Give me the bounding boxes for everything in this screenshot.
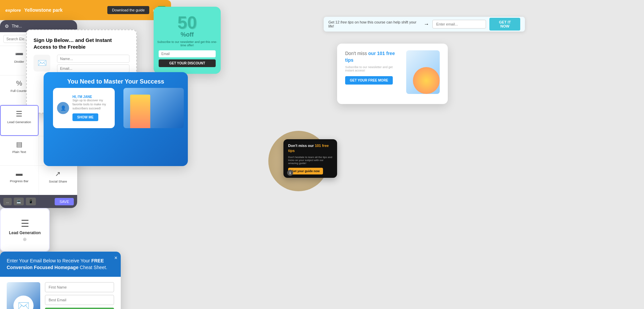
lead-generation-item[interactable]: ☰ Lead Generation <box>0 105 39 136</box>
arrow-icon: → <box>424 21 429 27</box>
explore-label: explore <box>5 8 21 13</box>
master-title: You Need to Master Your Success <box>60 72 171 88</box>
discount-description: Subscribe to our newsletter and get this… <box>154 38 221 49</box>
tips-image <box>406 50 440 94</box>
discount-email-input[interactable] <box>159 50 216 57</box>
get-discount-button[interactable]: GET YOUR DISCOUNT <box>159 59 216 67</box>
divider-label: Divider <box>14 60 24 63</box>
get-guide-button[interactable]: Get your guide now <box>288 168 323 174</box>
counter-label: Full Counter <box>10 89 28 93</box>
divider-icon: ➖ <box>15 50 23 58</box>
yellowstone-bar: explore Yellowstone park Download the gu… <box>0 0 171 20</box>
progress-bar-item[interactable]: ▬ Progress Bar <box>0 166 39 195</box>
cheatsheet-body: ✉️ Yes, Send Me the Cheat Sheet! <box>0 277 121 309</box>
cheatsheet-popup: Enter Your Email Below to Receive Your F… <box>0 252 121 309</box>
dont-miss-card: Don't miss our 101 free tips Subscribe t… <box>337 44 448 104</box>
signup-title: Sign Up Below… and Get Instant Access to… <box>34 37 129 50</box>
tips-bar-description: Don't hesitate to learn all the tips and… <box>288 156 332 165</box>
builder-footer: ... 💻 📱 SAVE <box>0 195 77 208</box>
lead-gen-card: ☰ Lead Generation ⊕ <box>0 208 50 252</box>
envelope-icon: ✉️ <box>34 55 50 71</box>
cheatsheet-close-button[interactable]: × <box>114 255 117 261</box>
avatar-name: HI, I'M JANE <box>72 95 111 99</box>
master-card: You Need to Master Your Success 👤 HI, I'… <box>44 72 188 166</box>
mobile-icon-button[interactable]: 📱 <box>26 198 36 205</box>
discount-number: 50 <box>177 14 197 31</box>
park-name: Yellowstone park <box>24 7 62 13</box>
social-share-label: Social Share <box>49 179 67 183</box>
cheatsheet-header: Enter Your Email Below to Receive Your F… <box>0 252 121 277</box>
plain-text-item[interactable]: ▤ Plain Text <box>0 136 39 165</box>
tip-text: Get 12 free tips on how this course can … <box>328 20 420 28</box>
counter-icon: % <box>16 80 22 87</box>
lead-gen-label: Lead Generation <box>9 230 41 235</box>
desktop-icon-button[interactable]: 💻 <box>14 198 24 205</box>
email-input[interactable] <box>432 20 486 29</box>
food-decoration <box>413 67 440 94</box>
email-icon: ✉️ <box>13 296 34 309</box>
tips-content: Don't miss our 101 free tips Subscribe t… <box>345 50 401 85</box>
tip-bold: free tips <box>340 20 354 24</box>
gear-icon: ⚙ <box>5 23 9 29</box>
tips-bar-title: Don't miss our 101 free tips <box>288 143 332 154</box>
progress-bar-label: Progress Bar <box>10 179 29 183</box>
footer-dots-button[interactable]: ... <box>3 198 12 205</box>
avatar: 👤 <box>57 102 69 114</box>
lead-gen-rows-icon: ☰ <box>21 218 29 229</box>
avatar-description: Sign up to discover my favorite tools to… <box>72 99 111 110</box>
info-dot[interactable]: ℹ <box>287 170 293 176</box>
cheatsheet-form: Yes, Send Me the Cheat Sheet! <box>45 282 114 309</box>
master-image <box>123 88 184 128</box>
lead-gen-label: Lead Generation <box>7 120 31 124</box>
show-me-button[interactable]: SHOW ME <box>72 113 98 121</box>
save-button[interactable]: SAVE <box>55 198 74 205</box>
social-share-item[interactable]: ↗ Social Share <box>39 166 77 195</box>
best-email-input[interactable] <box>45 295 114 305</box>
person-figure <box>130 95 150 128</box>
name-input[interactable] <box>57 55 129 63</box>
dont-miss-title: Don't miss our 101 free tips <box>345 50 401 63</box>
get-it-now-button[interactable]: GET IT NOW <box>489 18 520 31</box>
lead-gen-icon: ☰ <box>16 110 22 118</box>
progress-bar-icon: ▬ <box>16 170 22 177</box>
discount-off-label: %off <box>181 31 194 38</box>
download-guide-button[interactable]: Download the guide <box>107 6 149 14</box>
get-free-more-button[interactable]: GET YOUR FREE MORE <box>345 76 393 85</box>
first-name-input[interactable] <box>45 282 114 292</box>
plain-text-label: Plain Text <box>12 150 26 154</box>
builder-title: The... <box>12 24 22 29</box>
dont-miss-description: Subscribe to our newsletter and get inst… <box>345 65 401 72</box>
social-share-icon: ↗ <box>55 170 61 178</box>
top-email-bar: Get 12 free tips on how this course can … <box>324 17 525 32</box>
plain-text-icon: ▤ <box>16 140 22 148</box>
discount-50-card: 50 %off Subscribe to our newsletter and … <box>154 7 221 74</box>
send-cheatsheet-button[interactable]: Yes, Send Me the Cheat Sheet! <box>45 308 114 309</box>
cheatsheet-image: ✉️ <box>7 282 40 309</box>
email-input[interactable] <box>57 64 129 72</box>
cheatsheet-heading: Enter Your Email Below to Receive Your F… <box>7 258 114 271</box>
drag-icon: ⊕ <box>23 237 27 242</box>
